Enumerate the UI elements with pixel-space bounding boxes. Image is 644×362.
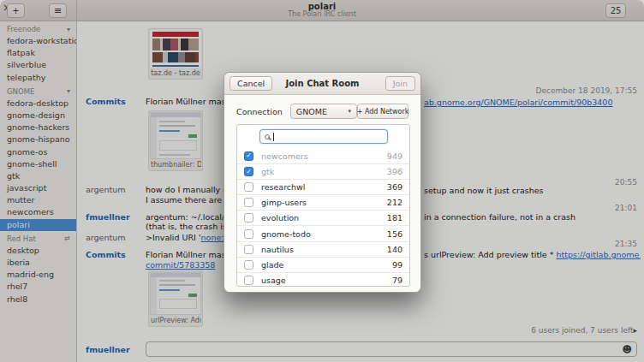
add-network-button[interactable]: + Add Network: [357, 104, 408, 119]
check-icon: ✓: [246, 152, 252, 159]
room-user-count: 99: [392, 260, 402, 270]
room-name: nautilus: [261, 245, 387, 254]
connection-value: GNOME: [296, 107, 327, 116]
room-user-count: 396: [387, 167, 402, 176]
room-name: glade: [261, 260, 392, 270]
room-name: gnome-todo: [261, 229, 387, 239]
room-name: gimp-users: [261, 198, 387, 207]
room-user-count: 212: [387, 198, 402, 207]
checkbox-checked[interactable]: ✓: [244, 167, 253, 176]
cancel-button[interactable]: Cancel: [230, 76, 272, 91]
checkbox-checked[interactable]: ✓: [244, 151, 253, 161]
room-list: ✓ newcomers 949 ✓ gtk 396 researchwl 369…: [237, 148, 409, 287]
join-chat-room-dialog: Join Chat Room Cancel Join Connection GN…: [224, 72, 421, 293]
room-name: researchwl: [261, 182, 387, 192]
room-name: newcomers: [261, 151, 387, 161]
checkbox-unchecked[interactable]: [244, 276, 253, 285]
search-icon: [265, 134, 270, 139]
polari-window: + ≡ polari The Polari IRC client 25 × Fr…: [0, 0, 644, 362]
checkbox-unchecked[interactable]: [244, 245, 253, 254]
checkbox-unchecked[interactable]: [244, 198, 253, 207]
room-user-count: 140: [387, 245, 402, 254]
text-cursor: [273, 133, 274, 141]
room-row-gimp-users[interactable]: gimp-users 212: [237, 194, 409, 210]
room-user-count: 369: [387, 182, 402, 192]
room-name: evolution: [261, 213, 387, 223]
room-row-gnome-todo[interactable]: gnome-todo 156: [237, 225, 409, 240]
room-user-count: 181: [387, 213, 402, 223]
chevron-down-icon: ▾: [348, 108, 351, 115]
join-button[interactable]: Join: [385, 76, 415, 91]
room-user-count: 949: [387, 151, 402, 161]
checkbox-unchecked[interactable]: [244, 182, 253, 192]
room-row-usage[interactable]: usage 79: [237, 272, 409, 287]
room-user-count: 156: [387, 229, 402, 239]
room-search-input[interactable]: [259, 129, 388, 144]
room-row-researchwl[interactable]: researchwl 369: [237, 179, 409, 194]
room-row-nautilus[interactable]: nautilus 140: [237, 241, 409, 257]
checkbox-unchecked[interactable]: [244, 260, 253, 270]
room-name: usage: [261, 276, 392, 285]
connection-label: Connection: [236, 107, 283, 116]
check-icon: ✓: [246, 169, 252, 175]
checkbox-unchecked[interactable]: [244, 213, 253, 223]
checkbox-unchecked[interactable]: [244, 229, 253, 239]
connection-row: Connection GNOME ▾ + Add Network: [236, 104, 408, 119]
room-name: gtk: [261, 167, 387, 176]
room-row-glade[interactable]: glade 99: [237, 257, 409, 272]
connection-select[interactable]: GNOME ▾: [290, 104, 357, 119]
room-list-frame: ✓ newcomers 949 ✓ gtk 396 researchwl 369…: [236, 124, 410, 287]
room-row-evolution[interactable]: evolution 181: [237, 210, 409, 225]
room-row-newcomers[interactable]: ✓ newcomers 949: [237, 148, 409, 163]
room-user-count: 79: [392, 276, 402, 285]
room-row-gtk[interactable]: ✓ gtk 396: [237, 163, 409, 179]
dialog-headerbar: Join Chat Room Cancel Join: [224, 73, 420, 95]
